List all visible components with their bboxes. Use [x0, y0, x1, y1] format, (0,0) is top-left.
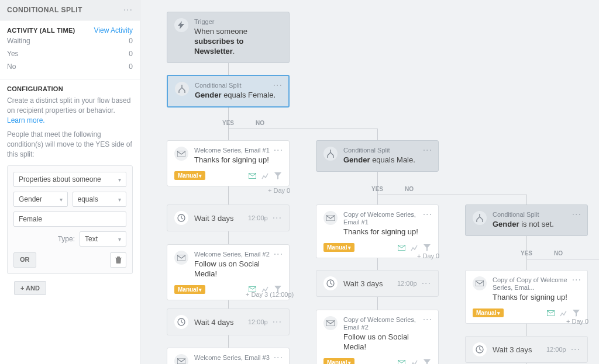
day-marker: + Day 0 — [566, 318, 588, 325]
filter-icon[interactable] — [423, 244, 431, 252]
status-badge[interactable]: Manual▾ — [174, 285, 205, 294]
branch-yes-label: YES — [222, 120, 234, 126]
node-more-icon[interactable]: ··· — [273, 81, 283, 90]
filter-icon[interactable] — [274, 172, 282, 180]
day-marker: + Day 3 (12:00p) — [246, 291, 294, 298]
field-select[interactable]: Gender — [13, 192, 68, 207]
node-more-icon[interactable]: ··· — [422, 279, 431, 288]
sidebar-title: CONDITIONAL SPLIT — [7, 6, 82, 14]
svg-rect-0 — [177, 151, 185, 157]
node-more-icon[interactable]: ··· — [423, 210, 432, 219]
node-text: When someone subscribes to Newsletter. — [194, 27, 282, 57]
operator-select[interactable]: equals — [73, 192, 127, 207]
wait-node[interactable]: Wait 3 days 12:00p ··· — [316, 270, 439, 297]
conditional-split-node[interactable]: Conditional Split Gender equals Male. ··… — [316, 140, 439, 172]
email-name: Copy of Copy of Welcome Series, Emai... — [493, 276, 580, 292]
envelope-icon — [323, 316, 338, 330]
view-activity-link[interactable]: View Activity — [94, 26, 133, 34]
node-more-icon[interactable]: ··· — [423, 145, 432, 155]
wait-time: 12:00p — [248, 318, 268, 325]
type-select[interactable]: Text — [80, 231, 126, 247]
branch-no-label: NO — [554, 250, 563, 256]
status-badge[interactable]: Manual▾ — [323, 358, 354, 364]
split-icon — [175, 82, 189, 96]
svg-rect-11 — [398, 360, 405, 364]
node-more-icon[interactable]: ··· — [423, 315, 432, 324]
filter-icon[interactable] — [423, 359, 431, 364]
node-more-icon[interactable]: ··· — [274, 353, 283, 362]
analytics-icon[interactable] — [410, 244, 418, 252]
wait-node[interactable]: Wait 3 days 12:00p ··· — [167, 204, 290, 231]
conditional-split-node-selected[interactable]: Conditional Split Gender equals Female. … — [167, 75, 290, 108]
wait-label: Wait 3 days — [194, 214, 248, 223]
email-subject: Follow us on Social Media! — [343, 332, 431, 352]
wait-time: 12:00p — [397, 280, 417, 287]
stat-yes: Yes 0 — [7, 47, 133, 60]
svg-rect-7 — [326, 215, 335, 221]
svg-rect-3 — [177, 255, 185, 261]
connector — [377, 195, 526, 195]
sidebar: CONDITIONAL SPLIT ··· ACTIVITY (ALL TIME… — [0, 0, 140, 364]
config-description: Create a distinct split in your flow bas… — [7, 96, 133, 125]
node-more-icon[interactable]: ··· — [571, 345, 580, 354]
flow-canvas[interactable]: YES NO YES NO YES NO Trigger When someon… — [140, 0, 599, 364]
email-node[interactable]: Welcome Series, Email #1 Thanks for sign… — [167, 140, 290, 186]
node-more-icon[interactable]: ··· — [572, 275, 581, 285]
sidebar-more-icon[interactable]: ··· — [123, 5, 133, 15]
node-text: Gender equals Male. — [343, 155, 415, 165]
analytics-icon[interactable] — [261, 172, 269, 180]
learn-more-link[interactable]: Learn more. — [7, 116, 45, 124]
or-button[interactable]: OR — [13, 252, 36, 268]
branch-yes-label: YES — [521, 250, 532, 256]
property-type-select[interactable]: Properties about someone — [13, 172, 126, 187]
preview-icon[interactable] — [248, 172, 256, 180]
conditional-split-node[interactable]: Conditional Split Gender is not set. ··· — [465, 204, 588, 236]
branch-no-label: NO — [405, 186, 414, 192]
analytics-icon[interactable] — [559, 309, 567, 317]
envelope-icon — [174, 354, 188, 364]
status-badge[interactable]: Manual▾ — [473, 308, 504, 317]
email-node[interactable]: Copy of Welcome Series, Email #2 Follow … — [316, 310, 439, 364]
stat-value: 0 — [129, 63, 133, 71]
stat-no: No 0 — [7, 60, 133, 73]
svg-rect-12 — [476, 280, 484, 286]
email-node[interactable]: Copy of Welcome Series, Email #1 Thanks … — [316, 204, 439, 258]
preview-icon[interactable] — [397, 359, 405, 364]
connector — [228, 129, 377, 129]
analytics-icon[interactable] — [410, 359, 418, 364]
split-icon — [323, 147, 338, 161]
preview-icon[interactable] — [546, 309, 555, 317]
activity-section: ACTIVITY (ALL TIME) View Activity Waitin… — [0, 20, 140, 79]
stat-label: Yes — [7, 50, 19, 58]
node-more-icon[interactable]: ··· — [273, 317, 282, 327]
email-node[interactable]: Welcome Series, Email #3 ··· — [167, 348, 290, 364]
email-name: Welcome Series, Email #2 — [194, 251, 282, 258]
node-more-icon[interactable]: ··· — [274, 249, 283, 259]
node-more-icon[interactable]: ··· — [273, 213, 282, 223]
node-more-icon[interactable]: ··· — [274, 145, 283, 155]
config-note: People that meet the following condition… — [7, 130, 133, 159]
wait-node[interactable]: Wait 4 days 12:00p ··· — [167, 308, 290, 335]
trash-icon — [115, 256, 122, 264]
node-more-icon[interactable]: ··· — [572, 210, 581, 219]
preview-icon[interactable] — [397, 244, 405, 252]
email-node[interactable]: Copy of Copy of Welcome Series, Emai... … — [465, 270, 588, 324]
configuration-section: CONFIGURATION Create a distinct split in… — [0, 79, 140, 301]
envelope-icon — [473, 276, 487, 290]
filter-icon[interactable] — [572, 309, 580, 317]
wait-node[interactable]: Wait 3 days 12:00p ··· — [465, 336, 588, 363]
wait-time: 12:00p — [248, 214, 268, 221]
stat-label: Waiting — [7, 37, 30, 45]
envelope-icon — [174, 147, 188, 161]
value-input[interactable]: Female — [13, 212, 126, 227]
trigger-node[interactable]: Trigger When someone subscribes to Newsl… — [167, 12, 290, 63]
status-badge[interactable]: Manual▾ — [174, 171, 205, 180]
wait-time: 12:00p — [546, 346, 566, 353]
day-marker: + Day 0 — [417, 252, 439, 259]
type-label: Type: — [58, 235, 75, 243]
and-button[interactable]: + AND — [14, 281, 46, 295]
email-name: Welcome Series, Email #1 — [194, 147, 270, 154]
status-badge[interactable]: Manual▾ — [323, 243, 354, 252]
node-type-label: Conditional Split — [493, 211, 554, 219]
delete-condition-button[interactable] — [110, 252, 126, 268]
